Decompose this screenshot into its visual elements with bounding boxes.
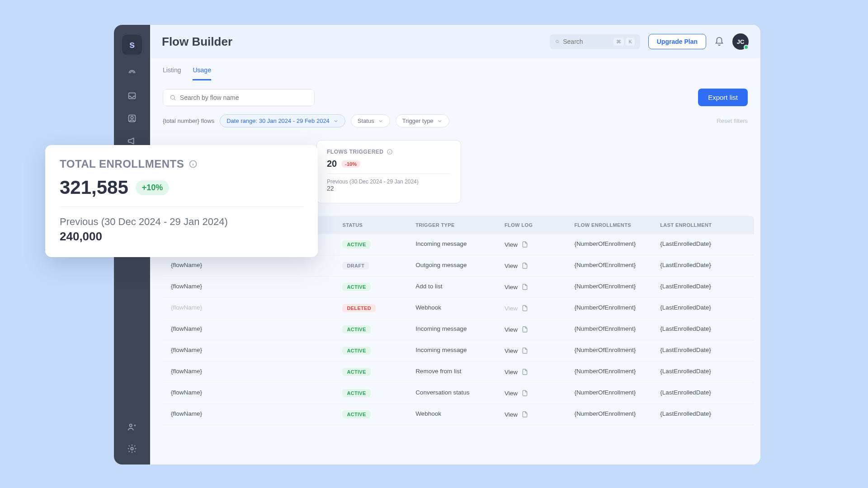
file-icon	[521, 305, 528, 312]
tab-usage[interactable]: Usage	[193, 66, 211, 80]
cell-flowname: {flowName}	[171, 283, 342, 291]
filter-date-range[interactable]: Date range: 30 Jan 2024 - 29 Feb 2024	[220, 114, 345, 127]
file-icon	[521, 411, 528, 418]
info-icon[interactable]	[387, 149, 393, 155]
cell-flowname: {flowName}	[171, 347, 342, 355]
tabs: Listing Usage	[150, 58, 760, 80]
view-label: View	[505, 326, 518, 333]
stat-prev-label: Previous (30 Dec 2024 - 29 Jan 2024)	[327, 178, 451, 185]
chevron-down-icon	[378, 118, 383, 124]
svg-point-4	[556, 40, 558, 43]
info-icon[interactable]	[189, 160, 198, 169]
tooltip-title-text: TOTAL ENROLLMENTS	[60, 158, 184, 170]
cell-enroll: {NumberOfEnrollment}	[575, 368, 660, 376]
cell-enroll: {NumberOfEnrollment}	[575, 304, 660, 312]
cell-flowname: {flowName}	[171, 304, 342, 312]
cell-enroll: {NumberOfEnrollment}	[575, 240, 660, 249]
stat-value: 20	[327, 159, 337, 169]
flow-search-input[interactable]	[180, 94, 308, 101]
table-row[interactable]: {flowName}ACTIVEIncoming messageView{Num…	[163, 319, 754, 340]
cell-trigger: Incoming message	[415, 347, 505, 355]
view-log[interactable]: View	[505, 283, 575, 291]
sidebar-bottom	[126, 421, 138, 455]
filter-status[interactable]: Status	[351, 114, 390, 127]
chevron-down-icon	[437, 118, 443, 124]
topbar: Flow Builder ⌘ K Upgrade Plan JC	[150, 25, 760, 58]
notifications-icon[interactable]	[714, 37, 724, 47]
view-label: View	[505, 284, 518, 291]
broadcast-icon[interactable]	[126, 67, 138, 79]
search-input[interactable]	[563, 38, 610, 45]
file-icon	[521, 326, 528, 333]
file-icon	[521, 241, 528, 248]
view-label: View	[505, 305, 518, 312]
tooltip-delta: +10%	[136, 180, 170, 195]
view-log[interactable]: View	[505, 240, 575, 249]
col-status: STATUS	[342, 222, 415, 228]
export-button[interactable]: Export list	[698, 89, 748, 106]
table-row[interactable]: {flowName}DRAFTOutgoing messageView{Numb…	[163, 255, 754, 277]
filter-trigger[interactable]: Trigger type	[396, 114, 449, 127]
chevron-down-icon	[333, 118, 339, 124]
page-title: Flow Builder	[162, 35, 232, 49]
logo: s	[122, 35, 142, 55]
table-row[interactable]: {flowName}DELETEDWebhookView{NumberOfEnr…	[163, 298, 754, 319]
svg-point-2	[130, 424, 132, 427]
view-log: View	[505, 304, 575, 312]
filter-status-label: Status	[358, 117, 374, 124]
settings-icon[interactable]	[126, 443, 138, 455]
cell-last: {LastEnrolledDate}	[660, 304, 746, 312]
stat-prev-value: 22	[327, 185, 451, 192]
cell-trigger: Webhook	[415, 410, 505, 418]
cell-status: ACTIVE	[342, 240, 415, 249]
contacts-icon[interactable]	[126, 113, 138, 124]
global-search[interactable]: ⌘ K	[550, 34, 640, 49]
cell-last: {LastEnrolledDate}	[660, 347, 746, 355]
users-icon[interactable]	[126, 421, 138, 433]
table-row[interactable]: {flowName}ACTIVERemove from listView{Num…	[163, 361, 754, 383]
cell-trigger: Incoming message	[415, 325, 505, 333]
kbd-k: K	[626, 38, 634, 46]
search-icon	[170, 94, 176, 101]
cell-status: ACTIVE	[342, 283, 415, 291]
table-row[interactable]: {flowName}ACTIVEConversation statusView{…	[163, 383, 754, 404]
table-row[interactable]: {flowName}ACTIVEWebhookView{NumberOfEnro…	[163, 404, 754, 425]
view-label: View	[505, 390, 518, 397]
avatar[interactable]: JC	[732, 33, 749, 50]
filter-date-label: Date range: 30 Jan 2024 - 29 Feb 2024	[226, 117, 330, 124]
upgrade-button[interactable]: Upgrade Plan	[648, 34, 706, 49]
tooltip-prev-value: 240,000	[60, 230, 303, 244]
reset-filters[interactable]: Reset filters	[717, 117, 748, 124]
cell-status: ACTIVE	[342, 389, 415, 397]
file-icon	[521, 262, 528, 269]
flow-search[interactable]	[163, 89, 315, 106]
col-log: FLOW LOG	[505, 222, 575, 228]
table-row[interactable]: {flowName}ACTIVEIncoming messageView{Num…	[163, 340, 754, 361]
tab-listing[interactable]: Listing	[163, 66, 181, 80]
cell-flowname: {flowName}	[171, 325, 342, 333]
file-icon	[521, 389, 528, 397]
avatar-initials: JC	[737, 38, 745, 45]
view-log[interactable]: View	[505, 389, 575, 397]
cell-trigger: Webhook	[415, 304, 505, 312]
inbox-icon[interactable]	[126, 90, 138, 102]
table-row[interactable]: {flowName}ACTIVEAdd to listView{NumberOf…	[163, 277, 754, 298]
cell-last: {LastEnrolledDate}	[660, 283, 746, 291]
stat-label: FLOWS TRIGGERED	[327, 149, 451, 155]
col-enroll: FLOW ENROLLMENTS	[575, 222, 660, 228]
presence-dot	[744, 45, 749, 50]
cell-enroll: {NumberOfEnrollment}	[575, 389, 660, 397]
flow-count: {total number} flows	[163, 117, 214, 124]
cell-flowname: {flowName}	[171, 262, 342, 270]
toolbar: Export list	[150, 80, 760, 106]
view-log[interactable]: View	[505, 410, 575, 418]
status-badge: ACTIVE	[342, 325, 370, 333]
view-log[interactable]: View	[505, 368, 575, 376]
cell-last: {LastEnrolledDate}	[660, 325, 746, 333]
view-log[interactable]: View	[505, 325, 575, 333]
search-icon	[555, 38, 559, 45]
view-log[interactable]: View	[505, 262, 575, 270]
kbd-hint: ⌘ K	[613, 38, 634, 46]
cell-trigger: Remove from list	[415, 368, 505, 376]
view-log[interactable]: View	[505, 347, 575, 355]
